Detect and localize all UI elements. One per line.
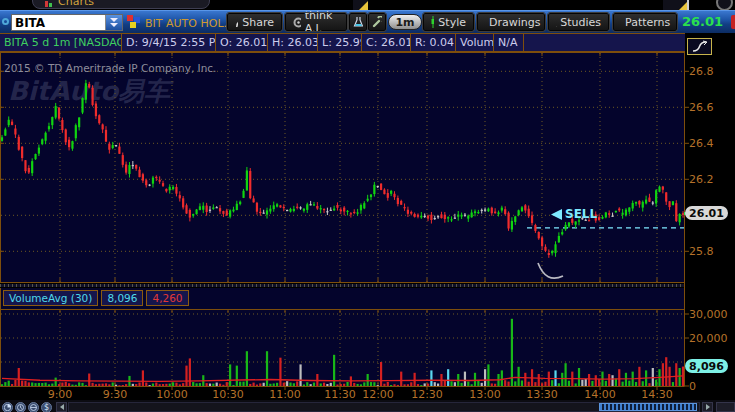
share-button[interactable]: Share xyxy=(227,13,282,31)
pane-divider[interactable] xyxy=(0,283,684,288)
drawings-label: Drawings xyxy=(489,16,540,29)
scrollbar-end-button[interactable] xyxy=(716,402,735,412)
studies-button[interactable]: Studies xyxy=(548,13,609,31)
sell-marker-label: SELL xyxy=(565,207,597,221)
price-tick-label: 26.2 xyxy=(689,173,714,186)
price-tick-label: 25.8 xyxy=(689,245,714,258)
detach-chart-button[interactable] xyxy=(687,38,712,55)
clock-gadget-icon[interactable] xyxy=(15,402,26,412)
panel-corner-fragment xyxy=(353,0,368,10)
studies-label: Studies xyxy=(560,16,601,29)
timeframe-button[interactable]: 1m xyxy=(388,14,422,30)
scrollbar-thumb[interactable] xyxy=(599,403,697,411)
instrument-link-icon[interactable] xyxy=(127,15,141,29)
candlestick-icon xyxy=(431,16,434,28)
volume-study-value: 8,096 xyxy=(101,290,143,306)
thinkorswim-charts-window: { "window": { "tab_label": "Charts" }, "… xyxy=(0,0,735,412)
watermark: BitAuto易车 xyxy=(8,76,174,106)
tab-charts[interactable]: Charts xyxy=(32,0,210,9)
price-tick-label: 26.8 xyxy=(689,65,714,78)
think-ai-label: think A.I. xyxy=(305,9,339,35)
think-ai-button[interactable]: think A.I. xyxy=(285,13,347,31)
pie-gadget-icon[interactable] xyxy=(2,402,13,412)
charts-tab-icon xyxy=(45,0,53,7)
close-cell: C: 26.01 xyxy=(362,34,411,51)
volume-avg-value: 4,260 xyxy=(146,290,188,306)
charts-tab-label: Charts xyxy=(58,0,94,7)
bottom-bar: $ xyxy=(0,400,735,412)
wrench-icon xyxy=(372,16,382,28)
volume-tick-label: 0 xyxy=(689,380,696,393)
volume-study-header: VolumeAvg (30) 8,096 4,260 xyxy=(3,290,189,306)
toolbar-last-price: 26.01 xyxy=(682,14,723,29)
quick-study-button[interactable] xyxy=(349,13,367,31)
chart-toolbar: BIT AUTO HOL... Share think A.I. 1m Styl… xyxy=(0,10,735,33)
style-button[interactable]: Style xyxy=(423,13,474,31)
date-cell: D: 9/4/15 2:55 PM xyxy=(122,34,216,51)
scroll-left-button[interactable] xyxy=(56,402,67,412)
window-top-strip: Charts xyxy=(0,0,735,10)
volume-tick-label: 20,000 xyxy=(689,332,728,345)
style-label: Style xyxy=(438,16,466,29)
drawings-button[interactable]: Drawings xyxy=(477,13,545,31)
chart-title-cell: BITA 5 d 1m [NASDAQ] xyxy=(0,34,122,51)
symbol-status-icon xyxy=(2,18,9,25)
think-ai-icon xyxy=(293,17,301,28)
symbol-description: BIT AUTO HOL... xyxy=(145,17,234,30)
chart-settings-button[interactable] xyxy=(368,13,386,31)
flask-mini-icon xyxy=(353,16,363,28)
symbol-input-box[interactable] xyxy=(11,14,123,31)
patterns-button[interactable]: Patterns xyxy=(613,13,677,31)
curve-icon xyxy=(691,40,708,53)
patterns-label: Patterns xyxy=(625,16,670,29)
globe-gadget-icon[interactable] xyxy=(28,402,39,412)
volume-value-cell: N/A xyxy=(494,34,524,51)
price-tick-label: 26.4 xyxy=(689,137,714,150)
volume-label-cell: Volume xyxy=(456,34,494,51)
high-cell: H: 26.03 xyxy=(268,34,318,51)
copyright-text: 2015 © TD Ameritrade IP Company, Inc. xyxy=(4,62,216,74)
dollar-gadget-icon[interactable]: $ xyxy=(41,402,52,412)
share-icon xyxy=(235,17,238,28)
volume-bubble: 8,096 xyxy=(685,359,728,373)
open-cell: O: 26.01 xyxy=(216,34,268,51)
ohlc-data-row: BITA 5 d 1m [NASDAQ] D: 9/4/15 2:55 PM O… xyxy=(0,33,685,52)
volume-tick-label: 30,000 xyxy=(689,308,728,321)
scroll-right-button[interactable] xyxy=(702,402,713,412)
share-label: Share xyxy=(242,16,274,29)
scrollbar-track[interactable] xyxy=(68,402,700,412)
last-price-bubble: 26.01 xyxy=(685,206,728,220)
volume-study-label[interactable]: VolumeAvg (30) xyxy=(3,290,98,306)
symbol-input[interactable] xyxy=(12,16,105,30)
low-cell: L: 25.99 xyxy=(318,34,362,51)
price-tick-label: 26.6 xyxy=(689,101,714,114)
symbol-dropdown-button[interactable] xyxy=(105,15,122,30)
range-cell: R: 0.04 xyxy=(411,34,456,51)
clipped-red-indicator xyxy=(731,15,735,29)
